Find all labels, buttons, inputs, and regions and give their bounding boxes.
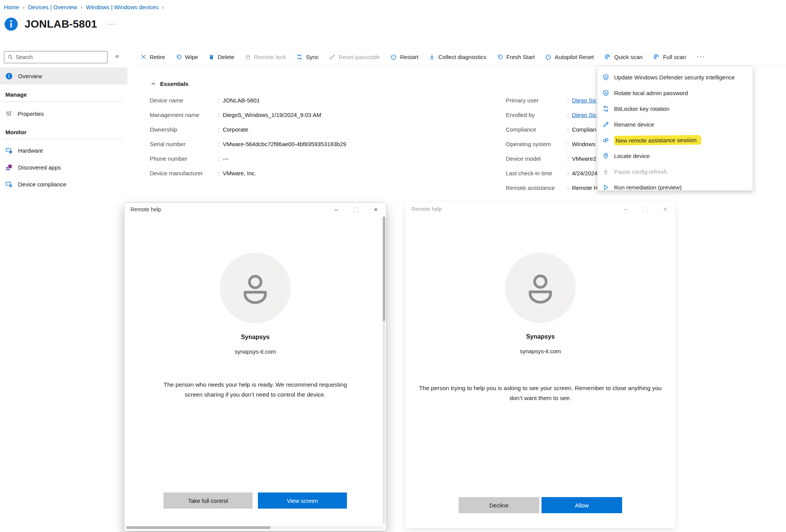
person-icon [521, 268, 560, 307]
menu-item-rename-device[interactable]: Rename device [598, 117, 753, 132]
colon: : [567, 170, 569, 176]
restart-button[interactable]: Restart [390, 54, 418, 60]
minimize-icon[interactable]: – [335, 205, 338, 215]
vertical-scrollbar[interactable] [383, 216, 385, 524]
sidebar: « Overview Manage Properties Monitor Har… [0, 48, 127, 532]
essentials-right-column: Primary user:Diego Sic Enrolled by:Diego… [506, 93, 598, 195]
field-label: Last check-in time [506, 170, 567, 176]
delete-button[interactable]: Delete [208, 54, 234, 60]
window-title: Remote help [130, 206, 161, 212]
toolbar-label: Sync [306, 54, 319, 60]
essentials-header[interactable]: Essentials [150, 81, 188, 87]
field-phone-number: Phone number:--- [150, 151, 346, 166]
sidebar-item-overview[interactable]: Overview [0, 68, 127, 84]
scan-icon [653, 53, 660, 60]
toolbar-label: Reset passcode [339, 54, 380, 60]
window-controls: – × [335, 205, 378, 215]
intune-device-page: Home › Devices | Overview › Windows | Wi… [0, 0, 786, 532]
discovered-apps-icon [5, 164, 13, 171]
minimize-icon[interactable]: – [624, 204, 627, 214]
field-ownership: Ownership:Corporate [150, 122, 346, 137]
maximize-icon[interactable] [353, 208, 358, 212]
sidebar-item-hardware[interactable]: Hardware [0, 142, 127, 159]
menu-item-label: New remote assistance session [614, 135, 701, 145]
take-full-control-button[interactable]: Take full control [163, 492, 253, 509]
sync-icon [296, 54, 303, 60]
org-name: Synapsys [124, 334, 386, 341]
field-management-name: Management name:DiegoS_Windows_1/19/2024… [150, 107, 346, 122]
maximize-icon[interactable] [643, 207, 648, 212]
full-scan-button[interactable]: Full scan [653, 53, 686, 60]
download-icon [602, 168, 609, 175]
wipe-icon [175, 54, 182, 60]
colon: : [218, 141, 220, 147]
field-enrolled-by: Enrolled by:Diego Sic [506, 107, 598, 122]
window-title: Remote help [411, 206, 442, 212]
avatar [220, 253, 291, 323]
remote-lock-button[interactable]: Remote lock [245, 54, 286, 60]
toolbar-more-button[interactable]: ··· [696, 53, 705, 61]
sidebar-item-label: Discovered apps [18, 164, 61, 171]
field-label: Phone number [150, 155, 218, 162]
decline-button[interactable]: Decline [459, 497, 539, 513]
quick-scan-button[interactable]: Quick scan [604, 53, 642, 60]
toolbar-label: Quick scan [614, 54, 642, 60]
retire-button[interactable]: Retire [140, 54, 165, 60]
menu-item-locate-device[interactable]: Locate device [598, 148, 753, 164]
colon: : [567, 112, 569, 118]
sidebar-item-label: Device compliance [18, 181, 66, 188]
sidebar-item-discovered-apps[interactable]: Discovered apps [0, 159, 127, 176]
sidebar-section-manage: Manage [5, 91, 27, 98]
sidebar-collapse-button[interactable]: « [115, 52, 119, 60]
horizontal-scrollbar[interactable] [126, 526, 384, 529]
menu-item-update-defender[interactable]: Update Windows Defender security intelli… [598, 69, 753, 85]
remote-lock-icon [245, 54, 251, 60]
colon: : [218, 126, 220, 133]
toolbar-label: Collect diagnostics [438, 54, 486, 60]
menu-item-new-remote-assistance[interactable]: New remote assistance session [598, 132, 753, 148]
wipe-button[interactable]: Wipe [175, 54, 198, 60]
field-device-name: Device name:JONLAB-5801 [150, 93, 346, 107]
avatar [505, 252, 576, 323]
dialog-buttons: Decline Allow [405, 497, 675, 513]
field-value: Corporate [223, 126, 248, 133]
sync-button[interactable]: Sync [296, 54, 319, 60]
retire-icon [140, 54, 147, 60]
reset-passcode-button[interactable]: Reset passcode [329, 54, 380, 60]
collect-diagnostics-button[interactable]: Collect diagnostics [429, 54, 486, 60]
page-title-row: JONLAB-5801 ··· [4, 17, 117, 31]
toolbar-label: Delete [218, 54, 234, 60]
primary-user-link[interactable]: Diego Sic [572, 97, 596, 104]
autopilot-reset-button[interactable]: Autopilot Reset [545, 54, 594, 60]
enrolled-by-link[interactable]: Diego Sic [572, 112, 596, 118]
menu-item-run-remediation[interactable]: Run remediation (preview) [598, 180, 753, 191]
field-value: VMware2 [572, 155, 596, 162]
field-value: VMware-564dcbc72f86ae00-4bf8359353183b29 [223, 141, 346, 147]
field-device-manufacturer: Device manufacturer:VMware, Inc. [150, 166, 346, 180]
window-controls: – × [624, 204, 667, 214]
search-input[interactable] [16, 54, 107, 60]
sidebar-item-device-compliance[interactable]: Device compliance [0, 176, 127, 193]
close-icon[interactable]: × [374, 205, 378, 215]
allow-button[interactable]: Allow [542, 497, 622, 513]
toolbar-label: Full scan [663, 54, 686, 60]
breadcrumb-devices-overview[interactable]: Devices | Overview [28, 4, 77, 10]
chevron-right-icon: › [162, 4, 164, 10]
fresh-start-button[interactable]: Fresh Start [497, 54, 535, 60]
sidebar-item-properties[interactable]: Properties [0, 105, 127, 122]
toolbar-label: Wipe [185, 54, 198, 60]
colon: : [567, 141, 569, 147]
title-more-button[interactable]: ··· [108, 20, 117, 28]
menu-item-rotate-admin-password[interactable]: Rotate local admin password [598, 85, 753, 101]
menu-item-label: Rename device [614, 121, 654, 128]
sidebar-item-label: Properties [18, 110, 44, 117]
menu-item-bitlocker-rotation[interactable]: BitLocker key rotation [598, 101, 753, 117]
chevron-right-icon: › [81, 4, 83, 10]
breadcrumb-home[interactable]: Home [4, 4, 19, 10]
breadcrumb-windows-devices[interactable]: Windows | Windows devices [86, 4, 159, 10]
toolbar-label: Fresh Start [506, 54, 535, 60]
view-screen-button[interactable]: View screen [258, 492, 347, 509]
close-icon[interactable]: × [663, 204, 667, 214]
sidebar-item-label: Hardware [18, 147, 43, 154]
menu-item-pause-config-refresh[interactable]: Pause config refresh [598, 164, 753, 180]
